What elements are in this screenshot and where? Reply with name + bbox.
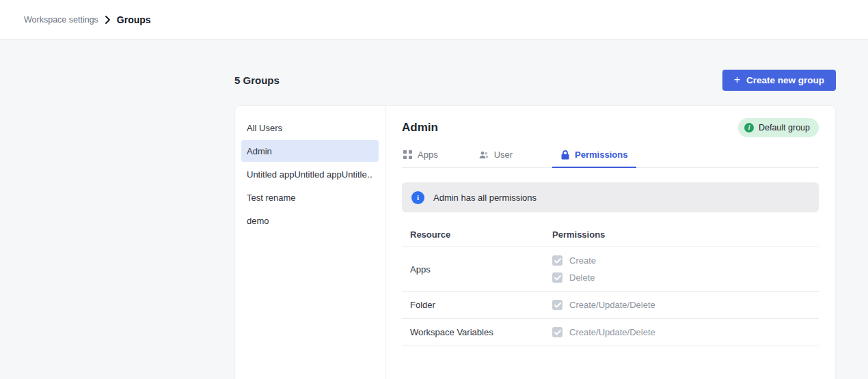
lock-icon [561,150,569,160]
group-item-test-rename[interactable]: Test rename [241,186,379,208]
badge-label: Default group [759,123,810,132]
group-title: Admin [402,121,438,135]
permission-label: Create [569,255,596,266]
permission-item: Create/Update/Delete [552,300,811,310]
permission-label: Delete [569,272,595,283]
detail-tabs: Apps User [402,150,819,168]
table-row: Workspace Variables Create/Update/Delete [402,319,819,346]
tab-label: User [494,150,513,160]
table-row: Folder Create/Update/Delete [402,292,819,319]
info-icon: i [411,191,424,204]
checkbox-checked-disabled [552,255,562,266]
tab-permissions[interactable]: Permissions [552,150,636,167]
groups-card: All Users Admin Untitled appUntitled app… [234,105,836,379]
permission-item: Create [552,255,811,266]
column-header-resource: Resource [410,229,552,240]
permissions-info-banner: i Admin has all permissions [402,182,819,212]
tab-label: Apps [418,150,438,160]
badge-info-icon: i [744,123,754,132]
checkbox-checked-disabled [552,327,562,337]
permissions-cell: Create/Update/Delete [552,300,811,310]
permission-item: Create/Update/Delete [552,327,811,337]
column-header-permissions: Permissions [552,229,811,240]
permissions-table: Resource Permissions Apps Create [402,222,819,346]
permission-item: Delete [552,272,811,283]
list-header: 5 Groups + Create new group [234,69,836,91]
group-item-untitled-app[interactable]: Untitled appUntitled appUntitle… [241,163,379,185]
top-bar: Workspace settings Groups [0,0,868,40]
groups-count: 5 Groups [234,74,280,86]
table-header-row: Resource Permissions [402,222,819,247]
groups-page: 5 Groups + Create new group All Users Ad… [234,40,836,379]
group-item-label: Untitled appUntitled appUntitle… [247,169,373,180]
group-item-label: demo [247,216,269,226]
tab-user[interactable]: User [478,150,521,167]
checkbox-checked-disabled [552,300,562,310]
users-icon [479,151,489,159]
create-new-group-button[interactable]: + Create new group [722,70,836,91]
group-item-label: Test rename [247,193,296,203]
permissions-cell: Create Delete [552,255,811,283]
banner-text: Admin has all permissions [433,193,537,203]
breadcrumb-groups: Groups [117,14,151,25]
permission-label: Create/Update/Delete [569,327,655,337]
group-detail-panel: Admin i Default group [385,106,835,379]
create-new-group-label: Create new group [746,75,824,85]
default-group-badge: i Default group [738,118,819,137]
table-row: Apps Create Delete [402,247,819,292]
permissions-cell: Create/Update/Delete [552,327,811,337]
group-item-label: Admin [247,146,272,156]
apps-grid-icon [403,150,412,159]
group-item-all-users[interactable]: All Users [241,117,379,139]
tab-label: Permissions [575,150,627,160]
resource-label: Apps [410,264,552,275]
tab-apps[interactable]: Apps [402,150,446,167]
resource-label: Folder [410,300,552,310]
group-item-demo[interactable]: demo [241,210,379,231]
group-list: All Users Admin Untitled appUntitled app… [235,106,385,379]
chevron-right-icon [105,16,111,24]
group-item-label: All Users [247,123,282,133]
permission-label: Create/Update/Delete [569,300,655,310]
plus-icon: + [734,74,740,85]
breadcrumb-workspace-settings[interactable]: Workspace settings [24,15,98,25]
checkbox-checked-disabled [552,272,562,283]
group-item-admin[interactable]: Admin [241,140,379,162]
resource-label: Workspace Variables [410,327,552,337]
group-title-row: Admin i Default group [402,118,819,137]
